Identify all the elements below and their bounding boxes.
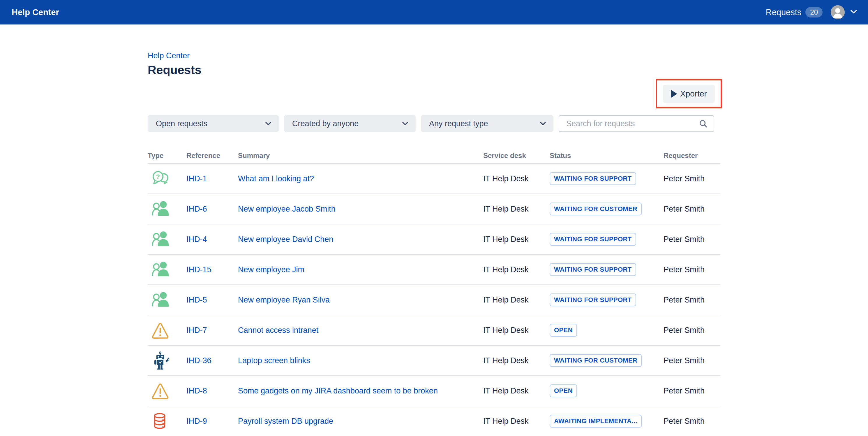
request-summary-link[interactable]: Cannot access intranet [238,326,318,335]
request-reference-link[interactable]: IHD-1 [186,174,207,183]
requests-table: Type Reference Summary Service desk Stat… [148,148,720,436]
requester-value: Peter Smith [663,205,705,213]
request-summary-link[interactable]: Payroll system DB upgrade [238,417,333,426]
chevron-down-icon [539,121,547,126]
question-bubbles-icon: ? [151,169,171,189]
status-filter-dropdown[interactable]: Open requests [148,115,279,132]
xporter-highlight-box: Xporter [656,79,722,109]
column-header-type: Type [148,151,186,160]
service-desk-value: IT Help Desk [483,386,529,395]
requester-value: Peter Smith [663,386,705,395]
requester-value: Peter Smith [663,295,705,304]
svg-text:?: ? [156,173,160,180]
request-reference-link[interactable]: IHD-8 [186,386,207,395]
request-reference-link[interactable]: IHD-15 [186,265,212,274]
requests-count-badge: 20 [805,7,823,18]
status-badge: AWAITING IMPLEMENTA... [550,415,642,428]
status-filter-value: Open requests [156,119,207,128]
request-reference-link[interactable]: IHD-7 [186,326,207,335]
table-row: ? IHD-1 What am I looking at? IT Help De… [148,164,720,194]
column-header-service-desk: Service desk [483,151,550,160]
breadcrumb-help-center[interactable]: Help Center [148,51,190,60]
request-summary-link[interactable]: New employee Ryan Silva [238,295,330,304]
requester-value: Peter Smith [663,326,705,335]
status-badge: WAITING FOR CUSTOMER [550,203,642,215]
avatar[interactable] [831,5,845,19]
column-header-summary: Summary [238,151,483,160]
warning-triangle-icon [151,381,171,401]
table-header-row: Type Reference Summary Service desk Stat… [148,148,720,164]
request-type-filter-value: Any request type [429,119,488,128]
request-reference-link[interactable]: IHD-5 [186,295,207,304]
new-employee-icon [151,259,171,280]
column-header-requester: Requester [663,151,720,160]
table-row: IHD-36 Laptop screen blinks IT Help Desk… [148,346,720,376]
service-desk-value: IT Help Desk [483,174,529,183]
table-row: IHD-15 New employee Jim IT Help Desk WAI… [148,255,720,285]
creator-filter-value: Created by anyone [292,119,359,128]
request-summary-link[interactable]: New employee Jim [238,265,304,274]
service-desk-value: IT Help Desk [483,417,529,426]
request-summary-link[interactable]: Some gadgets on my JIRA dashboard seem t… [238,386,438,395]
request-summary-link[interactable]: Laptop screen blinks [238,356,310,365]
requester-value: Peter Smith [663,235,705,244]
requester-value: Peter Smith [663,265,705,274]
request-summary-link[interactable]: New employee Jacob Smith [238,205,336,213]
status-badge: OPEN [550,384,577,397]
warning-triangle-icon [151,320,171,341]
table-row: IHD-8 Some gadgets on my JIRA dashboard … [148,376,720,406]
table-row: IHD-9 Payroll system DB upgrade IT Help … [148,406,720,436]
table-row: IHD-7 Cannot access intranet IT Help Des… [148,315,720,346]
table-row: IHD-4 New employee David Chen IT Help De… [148,225,720,255]
service-desk-value: IT Help Desk [483,356,529,365]
column-header-status: Status [550,151,663,160]
new-employee-icon [151,290,171,310]
app-title: Help Center [12,7,59,17]
service-desk-value: IT Help Desk [483,205,529,213]
new-employee-icon [151,199,171,219]
table-body: ? IHD-1 What am I looking at? IT Help De… [148,164,720,436]
request-type-filter-dropdown[interactable]: Any request type [421,115,553,132]
request-summary-link[interactable]: New employee David Chen [238,235,333,244]
database-icon [151,411,171,431]
xporter-button[interactable]: Xporter [663,85,715,103]
status-badge: WAITING FOR SUPPORT [550,233,636,246]
robot-icon [151,350,171,371]
new-employee-icon [151,229,171,250]
page-title: Requests [148,63,720,77]
request-reference-link[interactable]: IHD-36 [186,356,212,365]
status-badge: WAITING FOR CUSTOMER [550,354,642,367]
user-menu[interactable] [831,5,858,19]
xporter-button-label: Xporter [680,89,707,98]
request-summary-link[interactable]: What am I looking at? [238,174,314,183]
main-content: Help Center Requests Xporter Open reques… [148,25,720,436]
requests-nav-label: Requests [766,7,802,17]
service-desk-value: IT Help Desk [483,326,529,335]
request-reference-link[interactable]: IHD-4 [186,235,207,244]
column-header-reference: Reference [186,151,238,160]
filter-bar: Open requests Created by anyone Any requ… [148,115,720,132]
chevron-down-icon [265,121,272,126]
chevron-down-icon [850,9,858,16]
requester-value: Peter Smith [663,174,705,183]
request-reference-link[interactable]: IHD-9 [186,417,207,426]
requester-value: Peter Smith [663,356,705,365]
status-badge: WAITING FOR SUPPORT [550,263,636,276]
chevron-down-icon [402,121,409,126]
top-bar: Help Center Requests 20 [0,0,868,25]
service-desk-value: IT Help Desk [483,295,529,304]
search-input[interactable] [559,115,714,132]
table-row: IHD-5 New employee Ryan Silva IT Help De… [148,285,720,315]
status-badge: OPEN [550,324,577,337]
service-desk-value: IT Help Desk [483,235,529,244]
status-badge: WAITING FOR SUPPORT [550,293,636,306]
table-row: IHD-6 New employee Jacob Smith IT Help D… [148,194,720,225]
status-badge: WAITING FOR SUPPORT [550,172,636,185]
creator-filter-dropdown[interactable]: Created by anyone [284,115,416,132]
requester-value: Peter Smith [663,417,705,426]
requests-nav-link[interactable]: Requests 20 [766,7,823,18]
play-icon [671,90,677,98]
service-desk-value: IT Help Desk [483,265,529,274]
search-icon[interactable] [699,119,708,130]
request-reference-link[interactable]: IHD-6 [186,205,207,213]
